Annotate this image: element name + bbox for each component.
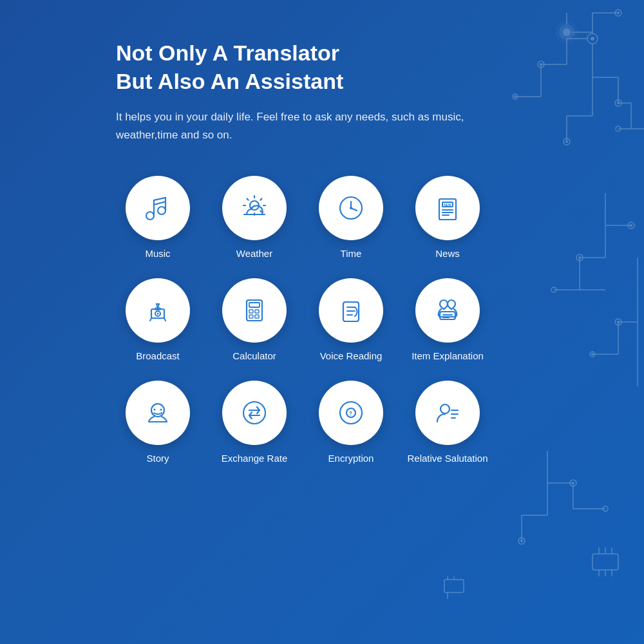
svg-text:NEW: NEW <box>444 203 451 207</box>
voice-reading-icon <box>319 278 383 343</box>
feature-item-broadcast[interactable]: Broadcast <box>116 278 200 361</box>
feature-label-exchange-rate: Exchange Rate <box>222 453 288 464</box>
encryption-icon: ? <box>319 381 383 445</box>
svg-line-81 <box>260 198 261 200</box>
feature-label-item-explanation: Item Explanation <box>412 350 484 361</box>
feature-label-weather: Weather <box>236 248 272 259</box>
features-grid: Music Weather Time NEW News Broadcast <box>116 176 528 464</box>
svg-point-94 <box>157 312 159 314</box>
feature-item-voice-reading[interactable]: Voice Reading <box>309 278 393 361</box>
svg-rect-104 <box>255 310 259 313</box>
feature-label-music: Music <box>145 248 170 259</box>
svg-point-111 <box>151 404 164 417</box>
story-icon <box>126 381 190 445</box>
svg-line-80 <box>260 211 261 212</box>
svg-line-79 <box>247 198 249 200</box>
svg-point-57 <box>520 540 523 542</box>
svg-point-118 <box>440 404 450 413</box>
feature-label-encryption: Encryption <box>328 453 374 464</box>
feature-label-story: Story <box>146 453 169 464</box>
news-icon: NEW <box>415 176 480 240</box>
svg-rect-65 <box>444 580 464 592</box>
feature-item-news[interactable]: NEW News <box>406 176 489 259</box>
item-explanation-icon <box>415 278 480 343</box>
main-content: Not Only A Translator But Also An Assist… <box>0 0 644 489</box>
svg-rect-105 <box>249 315 253 318</box>
main-description: It helps you in your daily life. Feel fr… <box>116 108 489 143</box>
feature-item-weather[interactable]: Weather <box>213 176 296 259</box>
feature-label-time: Time <box>341 248 362 259</box>
broadcast-icon <box>126 278 190 343</box>
svg-rect-103 <box>249 310 253 313</box>
svg-text:?: ? <box>349 410 353 417</box>
feature-item-time[interactable]: Time <box>309 176 393 259</box>
feature-item-encryption[interactable]: ? Encryption <box>309 381 393 464</box>
relative-salutation-icon <box>415 381 480 445</box>
svg-line-100 <box>164 318 166 321</box>
svg-rect-58 <box>592 554 618 570</box>
svg-rect-106 <box>255 315 259 318</box>
feature-label-news: News <box>435 248 460 259</box>
weather-icon <box>222 176 287 240</box>
feature-item-music[interactable]: Music <box>116 176 200 259</box>
calculator-icon <box>222 278 287 343</box>
feature-label-calculator: Calculator <box>232 350 276 361</box>
svg-point-113 <box>160 408 162 410</box>
svg-point-114 <box>243 402 265 424</box>
feature-item-item-explanation[interactable]: Item Explanation <box>406 278 489 361</box>
svg-point-85 <box>350 207 352 209</box>
feature-label-relative-salutation: Relative Salutation <box>407 453 488 464</box>
feature-item-relative-salutation[interactable]: Relative Salutation <box>406 381 489 464</box>
svg-rect-102 <box>249 303 260 307</box>
feature-item-story[interactable]: Story <box>116 381 200 464</box>
feature-item-calculator[interactable]: Calculator <box>213 278 296 361</box>
main-title: Not Only A Translator But Also An Assist… <box>116 39 528 95</box>
feature-label-voice-reading: Voice Reading <box>320 350 383 361</box>
exchange-rate-icon <box>222 381 287 445</box>
music-icon <box>126 176 190 240</box>
feature-item-exchange-rate[interactable]: Exchange Rate <box>213 381 296 464</box>
svg-line-99 <box>150 318 151 321</box>
time-icon <box>319 176 383 240</box>
svg-point-112 <box>154 408 156 410</box>
feature-label-broadcast: Broadcast <box>136 350 180 361</box>
